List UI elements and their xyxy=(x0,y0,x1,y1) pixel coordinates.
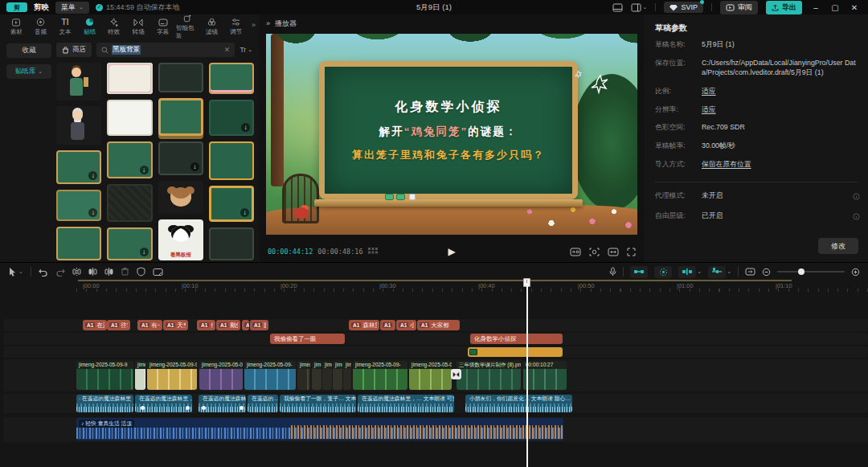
delete-left-button[interactable] xyxy=(88,267,97,277)
favorites-button[interactable]: 收藏 xyxy=(6,43,51,58)
video-clip[interactable]: jimeng-2025-05-09-9 xyxy=(76,361,133,390)
download-icon[interactable]: ↓ xyxy=(190,162,199,171)
tab-effects[interactable]: 特效 xyxy=(103,18,125,36)
video-clip[interactable]: jimeng-2025-05-09- xyxy=(199,361,243,390)
subtitle-clip[interactable]: A1大家都 xyxy=(417,320,460,330)
sticker-library-button[interactable]: 贴纸库⌄ xyxy=(6,64,51,79)
subtitle-clip[interactable]: A1往常一 xyxy=(107,320,130,330)
video-clip[interactable]: jime xyxy=(135,361,145,390)
title-text-clip[interactable]: 化身数学小侦探 xyxy=(470,334,563,344)
video-clip[interactable]: jime xyxy=(322,361,332,390)
mark-button[interactable] xyxy=(153,268,163,277)
tabs-overflow-icon[interactable]: » xyxy=(252,21,256,29)
clear-search-icon[interactable]: ✕ xyxy=(224,46,231,54)
tts-audio-clip[interactable]: 在遥远的魔法森林里 xyxy=(76,395,133,412)
video-clip[interactable]: jimen xyxy=(297,361,310,390)
video-clip[interactable]: jim xyxy=(312,361,321,390)
subtitle-clip[interactable]: A1小兔 xyxy=(396,320,416,330)
subtitle-clip[interactable]: A1天空玩耍 xyxy=(163,320,188,330)
transition-icon[interactable] xyxy=(451,369,461,379)
sticker-thumb-easel[interactable] xyxy=(158,98,203,137)
quality-button[interactable] xyxy=(570,248,581,256)
layout-side-icon[interactable]: ⌄ xyxy=(631,3,648,12)
sticker-thumb-wizard[interactable] xyxy=(56,106,101,144)
param-value[interactable]: 保留在原有位置 xyxy=(702,160,751,170)
video-clip[interactable]: jimeng-2025-05-09- xyxy=(353,361,407,390)
keyframe-dot[interactable] xyxy=(141,406,145,410)
zoom-out-button[interactable] xyxy=(762,268,771,277)
subtitle-clip[interactable]: A1小松 xyxy=(380,320,395,330)
tab-adjust[interactable]: 调节 xyxy=(225,18,248,36)
param-value[interactable]: 适应 xyxy=(702,87,716,96)
subtitle-clip[interactable]: A1他们 xyxy=(197,320,215,330)
sticker-thumb-green[interactable]: ↓ xyxy=(107,141,152,179)
tab-audio[interactable]: 音频 xyxy=(29,18,51,36)
video-clip[interactable]: jimeng-2025-05-09- xyxy=(244,361,296,390)
video-clip[interactable]: jimeng-2025-05-09- xyxy=(409,361,452,390)
delete-right-button[interactable] xyxy=(104,267,113,277)
tts-audio-clip[interactable]: 在遥远的魔法森林里，… xyxy=(135,395,192,412)
select-tool-button[interactable]: ⌄ xyxy=(8,267,23,277)
tts-audio-clip[interactable]: 在遥远的… xyxy=(248,395,278,412)
tts-audio-clip[interactable]: 小朋友们，你们愿意化… 文本朗读 甜心… xyxy=(465,395,572,412)
subtitle-clip[interactable]: A1鹅先生 xyxy=(216,320,240,330)
chevron-down-icon[interactable]: ⌄ xyxy=(727,268,731,275)
freeze-frame-button[interactable] xyxy=(137,267,145,277)
subtitle-clip[interactable]: A1在遥远 xyxy=(83,320,107,330)
param-value[interactable]: 适应 xyxy=(702,105,716,115)
tab-filters[interactable]: 滤镜 xyxy=(200,18,223,36)
sticker-thumb-dark[interactable]: ↓ xyxy=(158,141,203,175)
tts-audio-clip[interactable]: 在遥远的魔法森林里，… 文本朗读 可爱童声 xyxy=(358,395,454,412)
svip-button[interactable]: SVIP xyxy=(664,2,703,13)
download-icon[interactable]: ↓ xyxy=(88,171,97,180)
filter-button[interactable]: Tr⌄ xyxy=(240,46,252,54)
sticker-thumb-panda[interactable]: 看黑板报 xyxy=(158,219,203,260)
tab-captions[interactable]: 字幕 xyxy=(151,18,174,36)
sticker-thumb-gold-frame[interactable]: ↓ xyxy=(209,186,254,222)
music-clip[interactable]: ♪ 轻快 童真生活 活泼 xyxy=(76,418,563,440)
sticker-thumb-green[interactable]: ↓ xyxy=(56,150,101,184)
sticker-clip[interactable] xyxy=(468,347,563,357)
video-clip[interactable]: jim xyxy=(343,361,351,390)
link-toggle[interactable] xyxy=(654,266,672,278)
zoom-fit-button[interactable] xyxy=(589,248,600,256)
sticker-thumb-green-gold[interactable] xyxy=(209,141,254,179)
search-input[interactable]: 黑板背景 ✕ xyxy=(96,43,235,57)
modify-button[interactable]: 修改 xyxy=(818,238,858,254)
video-clip[interactable]: jimeng-2025-05-09-9 xyxy=(147,361,197,390)
preview-snap-toggle[interactable] xyxy=(678,266,696,278)
video-clip[interactable]: jime xyxy=(333,361,342,390)
title-text-clip[interactable]: 我偷偷看了一眼 xyxy=(270,334,345,344)
video-preview[interactable]: 化身数学小侦探 解开“鸡兔同笼”的谜题： 算出笼子里鸡和兔子各有多少只吗？ xyxy=(266,34,637,235)
tab-smart[interactable]: 智能包装 xyxy=(176,14,199,40)
undo-button[interactable] xyxy=(39,268,48,277)
tts-audio-clip[interactable]: 我偷偷看了一眼，笼子… 文本朗读 xyxy=(280,395,356,412)
sticker-thumb-green[interactable] xyxy=(56,227,101,260)
sticker-thumb-dark-green[interactable]: ↓ xyxy=(209,100,254,136)
sticker-thumb-dark[interactable] xyxy=(158,63,203,92)
ratio-button[interactable] xyxy=(608,248,619,256)
subtitle-clip[interactable]: A1 xyxy=(242,320,249,330)
redo-button[interactable] xyxy=(55,268,65,277)
sticker-thumb-dark[interactable] xyxy=(209,227,254,260)
close-button[interactable]: ✕ xyxy=(849,3,860,12)
video-clip[interactable]: 三年级数学课片制作 (8).png xyxy=(457,361,521,390)
playhead[interactable] xyxy=(523,278,530,467)
tab-sticker[interactable]: 贴纸 xyxy=(78,18,100,36)
track-layout-toggle[interactable] xyxy=(708,266,726,278)
sticker-thumb-whiteboard[interactable] xyxy=(107,100,152,136)
delete-button[interactable] xyxy=(121,267,129,277)
store-button[interactable]: 商店 xyxy=(56,43,92,57)
download-icon[interactable]: ↓ xyxy=(240,208,249,217)
sticker-thumb-black-chalk[interactable] xyxy=(107,184,152,222)
keyframe-dot[interactable] xyxy=(202,406,206,410)
sticker-thumb-teacher[interactable] xyxy=(56,63,101,100)
sticker-thumb-monkey[interactable] xyxy=(158,181,203,215)
sticker-thumb-white-banner[interactable] xyxy=(107,63,152,94)
subtitle-clip[interactable]: A1圆头鹅 xyxy=(250,320,268,330)
tab-text[interactable]: TI文本 xyxy=(54,18,76,36)
toggle-value[interactable]: 未开启 xyxy=(702,191,723,201)
record-voice-button[interactable] xyxy=(609,267,616,277)
sticker-thumb-green-frame[interactable] xyxy=(209,63,254,94)
menu-button[interactable]: 菜单⌄ xyxy=(55,2,89,14)
